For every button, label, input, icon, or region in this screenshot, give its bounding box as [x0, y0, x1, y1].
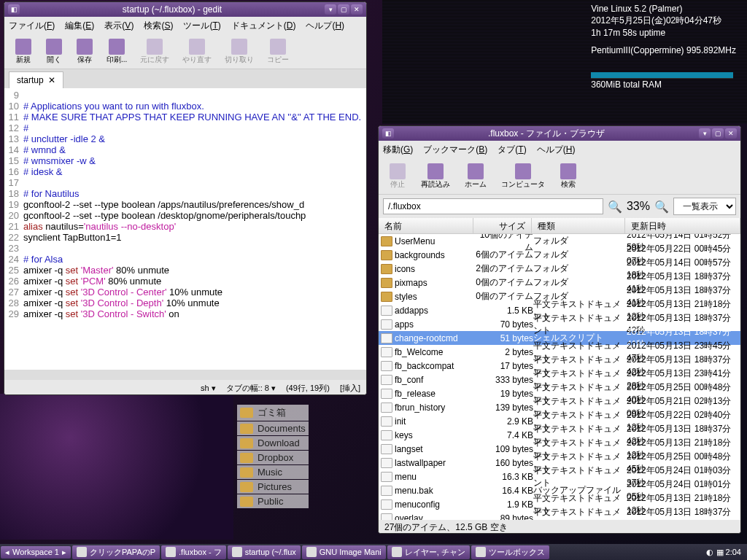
- toolbar-button[interactable]: 再読込み: [415, 162, 456, 191]
- code-line[interactable]: 22synclient TapButton1=1: [4, 232, 366, 243]
- code-line[interactable]: 13# unclutter -idle 2 &: [4, 133, 366, 144]
- app-icon: [232, 547, 242, 557]
- menu-item[interactable]: 移動(G): [383, 144, 413, 156]
- minimize-button[interactable]: ▾: [325, 4, 336, 15]
- desktop-folder[interactable]: Music: [237, 465, 309, 479]
- code-line[interactable]: 16# idesk &: [4, 166, 366, 177]
- taskbar-clock[interactable]: ◐ ▦ 2:04: [700, 548, 747, 557]
- code-line[interactable]: 25amixer -q set 'Master' 80% unmute: [4, 265, 366, 276]
- toolbar-button[interactable]: 新規: [9, 37, 38, 66]
- toolbar-button[interactable]: ホーム: [459, 162, 492, 191]
- close-button[interactable]: ✕: [351, 4, 363, 15]
- filebrowser-toolbar[interactable]: 停止再読込みホームコンピュータ検索: [379, 158, 740, 195]
- folder-icon: [240, 467, 253, 478]
- maximize-button[interactable]: ▢: [338, 4, 349, 15]
- gedit-menubar[interactable]: ファイル(F)編集(E)表示(V)検索(S)ツール(T)ドキュメント(D)ヘルプ…: [4, 17, 366, 34]
- toolbar-button[interactable]: 開く: [39, 37, 69, 66]
- desktop-folder[interactable]: Public: [237, 494, 309, 508]
- code-line[interactable]: 21alias nautilus='nautilus --no-desktop': [4, 221, 366, 232]
- toolbar-button[interactable]: 保存: [70, 37, 99, 66]
- close-button[interactable]: ✕: [725, 128, 737, 139]
- filebrowser-menubar[interactable]: 移動(G)ブックマーク(B)タブ(T)ヘルプ(H): [379, 141, 740, 158]
- code-line[interactable]: 27amixer -q set '3D Control - Center' 10…: [4, 287, 366, 298]
- taskbar-item[interactable]: startup (~/.flux: [228, 545, 301, 559]
- taskbar[interactable]: ◂ Workspace 1 ▸ クリックPAPAのP.fluxbox - フst…: [0, 544, 747, 560]
- taskbar-item[interactable]: .fluxbox - フ: [161, 545, 226, 559]
- path-input[interactable]: [383, 198, 603, 214]
- code-line[interactable]: 28amixer -q set '3D Control - Depth' 10%…: [4, 298, 366, 308]
- doc-icon: [381, 306, 392, 316]
- gedit-toolbar[interactable]: 新規開く保存印刷...元に戻すやり直す切り取りコピー: [4, 34, 366, 69]
- gedit-window[interactable]: ◧ startup (~/.fluxbox) - gedit ▾ ▢ ✕ ファイ…: [4, 1, 367, 395]
- menu-item[interactable]: ファイル(F): [9, 20, 55, 32]
- menu-item[interactable]: 編集(E): [65, 20, 94, 32]
- tray-icon[interactable]: ◐: [706, 548, 713, 556]
- tab-startup[interactable]: startup ✕: [9, 71, 63, 88]
- tool-icon: [46, 39, 62, 55]
- gedit-titlebar[interactable]: ◧ startup (~/.fluxbox) - gedit ▾ ▢ ✕: [4, 2, 366, 17]
- toolbar-button[interactable]: コンピュータ: [495, 162, 551, 191]
- horizontal-scrollbar[interactable]: [4, 370, 366, 380]
- code-line[interactable]: 26amixer -q set 'PCM' 80% unmute: [4, 276, 366, 287]
- menu-item[interactable]: ブックマーク(B): [423, 144, 487, 156]
- filebrowser-titlebar[interactable]: ◧ .fluxbox - ファイル・ブラウザ ▾ ▢ ✕: [379, 126, 740, 141]
- file-row[interactable]: overlay 89 bytes 平文テキストドキュメント 2012年05月13…: [379, 511, 740, 520]
- header-type[interactable]: 種類: [532, 218, 625, 233]
- taskbar-item[interactable]: クリックPAPAのP: [72, 545, 160, 559]
- app-icon: [77, 547, 87, 557]
- menu-item[interactable]: ドキュメント(D): [231, 20, 296, 32]
- gedit-editor[interactable]: 910# Applications you want to run with f…: [4, 88, 366, 370]
- desktop-folder[interactable]: Download: [237, 436, 309, 450]
- filebrowser-window[interactable]: ◧ .fluxbox - ファイル・ブラウザ ▾ ▢ ✕ 移動(G)ブックマーク…: [378, 125, 741, 534]
- desktop-folder[interactable]: Dropbox: [237, 451, 309, 464]
- header-size[interactable]: サイズ: [473, 218, 532, 233]
- status-lang[interactable]: sh ▾: [201, 384, 216, 393]
- taskbar-item[interactable]: GNU Image Mani: [302, 545, 386, 559]
- menu-item[interactable]: 表示(V): [104, 20, 133, 32]
- code-line[interactable]: 14# wmnd &: [4, 144, 366, 155]
- code-line[interactable]: 10# Applications you want to run with fl…: [4, 101, 366, 112]
- gedit-tabs[interactable]: startup ✕: [4, 69, 366, 88]
- toolbar-button[interactable]: 印刷...: [101, 37, 133, 66]
- code-line[interactable]: 19gconftool-2 --set --type boolean /apps…: [4, 199, 366, 210]
- location-bar[interactable]: 🔍 33% 🔍 一覧表示: [379, 195, 740, 218]
- desktop-folder[interactable]: Documents: [237, 421, 309, 435]
- desktop-folder[interactable]: Pictures: [237, 480, 309, 494]
- code-line[interactable]: 23: [4, 243, 366, 254]
- code-line[interactable]: 24# for Alsa: [4, 254, 366, 265]
- code-line[interactable]: 17: [4, 177, 366, 188]
- desktop-folder[interactable]: ゴミ箱: [237, 405, 309, 421]
- tray-icon[interactable]: ▦: [716, 548, 724, 556]
- code-line[interactable]: 20gconftool-2 --set --type boolean /desk…: [4, 210, 366, 221]
- code-line[interactable]: 11# MAKE SURE THAT APPS THAT KEEP RUNNIN…: [4, 112, 366, 122]
- gedit-statusbar: sh ▾ タブの幅:: 8 ▾ (49行, 19列) [挿入]: [4, 380, 366, 395]
- doc-icon: [381, 333, 392, 343]
- code-line[interactable]: 9: [4, 90, 366, 101]
- column-headers[interactable]: 名前 サイズ 種類 更新日時: [379, 218, 740, 234]
- file-list[interactable]: UserMenu 10個のアイテム フォルダ 2012年05月14日 01時52…: [379, 234, 740, 520]
- code-line[interactable]: 18# for Nautilus: [4, 188, 366, 199]
- zoom-out-icon[interactable]: 🔍: [608, 200, 622, 214]
- maximize-button[interactable]: ▢: [712, 128, 724, 139]
- code-line[interactable]: 12#: [4, 122, 366, 133]
- tab-close-icon[interactable]: ✕: [48, 75, 55, 85]
- status-tabwidth[interactable]: タブの幅:: 8 ▾: [226, 383, 276, 394]
- menu-item[interactable]: 検索(S): [144, 20, 173, 32]
- menu-item[interactable]: タブ(T): [498, 144, 526, 156]
- window-menu-icon[interactable]: ◧: [382, 128, 394, 139]
- menu-item[interactable]: ヘルプ(H): [306, 20, 344, 32]
- view-mode-select[interactable]: 一覧表示: [673, 198, 736, 215]
- taskbar-item[interactable]: レイヤー, チャン: [387, 545, 470, 559]
- code-line[interactable]: 29amixer -q set '3D Control - Switch' on: [4, 308, 366, 319]
- header-date[interactable]: 更新日時: [625, 218, 740, 233]
- toolbar-button[interactable]: 検索: [554, 162, 583, 191]
- menu-item[interactable]: ヘルプ(H): [537, 144, 576, 156]
- code-line[interactable]: 15# wmsmixer -w &: [4, 155, 366, 166]
- header-name[interactable]: 名前: [379, 218, 473, 233]
- taskbar-item[interactable]: ツールボックス: [471, 545, 549, 559]
- minimize-button[interactable]: ▾: [699, 128, 711, 139]
- window-menu-icon[interactable]: ◧: [8, 4, 20, 15]
- workspace-switcher[interactable]: ◂ Workspace 1 ▸: [1, 546, 71, 559]
- zoom-in-icon[interactable]: 🔍: [654, 200, 669, 214]
- menu-item[interactable]: ツール(T): [183, 20, 220, 32]
